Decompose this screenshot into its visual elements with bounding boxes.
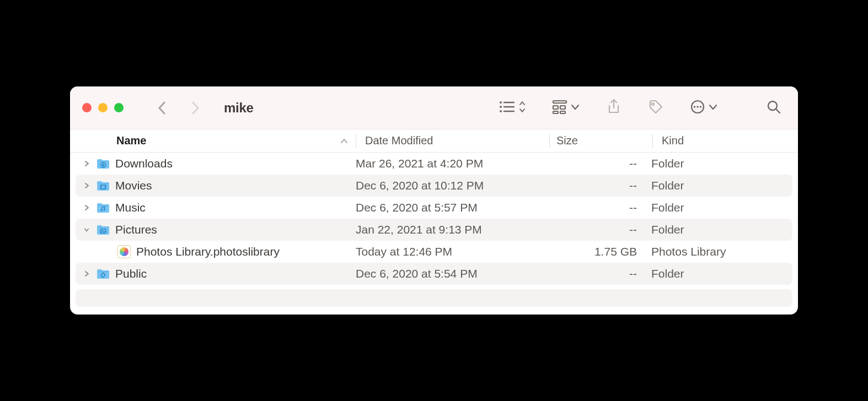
svg-rect-9 bbox=[553, 111, 558, 113]
date-modified-cell: Dec 6, 2020 at 5:57 PM bbox=[356, 201, 549, 214]
file-name-label: Pictures bbox=[115, 223, 157, 236]
name-cell: Movies bbox=[76, 179, 356, 192]
date-modified-cell: Jan 22, 2021 at 9:13 PM bbox=[356, 223, 549, 236]
folder-icon bbox=[95, 157, 111, 170]
chevron-left-icon bbox=[157, 100, 168, 116]
size-cell: -- bbox=[549, 157, 651, 170]
size-cell: -- bbox=[549, 179, 651, 192]
file-row[interactable]: MoviesDec 6, 2020 at 10:12 PM--Folder bbox=[76, 175, 792, 197]
zoom-window-button[interactable] bbox=[114, 103, 124, 112]
view-options-button[interactable] bbox=[499, 100, 526, 116]
disclosure-triangle[interactable] bbox=[82, 204, 91, 211]
file-row[interactable]: DownloadsMar 26, 2021 at 4:20 PM--Folder bbox=[70, 153, 798, 175]
size-cell: -- bbox=[549, 223, 651, 236]
name-cell: Photos Library.photoslibrary bbox=[70, 245, 356, 258]
file-row[interactable]: MusicDec 6, 2020 at 5:57 PM--Folder bbox=[70, 197, 798, 219]
more-circle-icon bbox=[690, 99, 705, 117]
file-name-label: Movies bbox=[115, 179, 152, 192]
kind-cell: Folder bbox=[651, 201, 798, 214]
svg-rect-10 bbox=[560, 111, 565, 113]
column-header-kind[interactable]: Kind bbox=[653, 134, 798, 147]
size-cell: -- bbox=[549, 267, 651, 280]
svg-point-4 bbox=[500, 106, 502, 108]
svg-rect-7 bbox=[553, 106, 558, 109]
kind-cell: Folder bbox=[651, 157, 798, 170]
size-cell: -- bbox=[549, 201, 651, 214]
name-cell: Public bbox=[76, 267, 356, 280]
kind-cell: Folder bbox=[651, 179, 792, 192]
up-down-arrows-icon bbox=[519, 100, 526, 116]
folder-icon bbox=[95, 201, 111, 214]
name-cell: Pictures bbox=[76, 223, 356, 236]
status-bar bbox=[76, 289, 792, 307]
column-headers: Name Date Modified Size Kind bbox=[70, 129, 798, 153]
file-list: DownloadsMar 26, 2021 at 4:20 PM--Folder… bbox=[70, 153, 798, 285]
date-modified-cell: Mar 26, 2021 at 4:20 PM bbox=[356, 157, 549, 170]
file-row[interactable]: PublicDec 6, 2020 at 5:54 PM--Folder bbox=[76, 263, 792, 285]
chevron-right-icon bbox=[190, 100, 201, 116]
grid-icon bbox=[552, 99, 567, 117]
back-button[interactable] bbox=[157, 100, 168, 116]
file-row[interactable]: Photos Library.photoslibraryToday at 12:… bbox=[70, 241, 798, 263]
size-cell: 1.75 GB bbox=[549, 245, 651, 258]
minimize-window-button[interactable] bbox=[98, 103, 108, 112]
search-button[interactable] bbox=[766, 99, 781, 117]
kind-cell: Photos Library bbox=[651, 245, 798, 258]
file-name-label: Music bbox=[115, 201, 146, 214]
svg-point-14 bbox=[696, 106, 698, 107]
chevron-right-icon bbox=[84, 270, 89, 277]
list-view-icon bbox=[499, 100, 516, 116]
column-header-name[interactable]: Name bbox=[70, 134, 356, 147]
disclosure-triangle[interactable] bbox=[82, 226, 91, 233]
disclosure-triangle[interactable] bbox=[82, 182, 91, 189]
date-modified-cell: Today at 12:46 PM bbox=[356, 245, 549, 258]
svg-line-17 bbox=[776, 109, 780, 113]
toolbar: mike bbox=[70, 86, 798, 129]
folder-icon bbox=[95, 223, 111, 236]
file-name-label: Public bbox=[115, 267, 147, 280]
chevron-down-icon bbox=[709, 103, 717, 113]
folder-icon bbox=[95, 267, 111, 280]
date-modified-cell: Dec 6, 2020 at 5:54 PM bbox=[356, 267, 549, 280]
disclosure-triangle[interactable] bbox=[82, 160, 91, 167]
name-cell: Downloads bbox=[70, 157, 356, 170]
forward-button[interactable] bbox=[190, 100, 201, 116]
svg-point-22 bbox=[100, 210, 102, 212]
chevron-right-icon bbox=[84, 182, 89, 189]
file-name-label: Downloads bbox=[115, 157, 173, 170]
photos-library-icon bbox=[116, 245, 132, 258]
svg-point-13 bbox=[694, 106, 695, 107]
kind-cell: Folder bbox=[651, 267, 792, 280]
name-cell: Music bbox=[70, 201, 356, 214]
search-icon bbox=[766, 99, 781, 117]
finder-window: mike bbox=[70, 86, 798, 315]
column-header-size[interactable]: Size bbox=[550, 134, 652, 147]
chevron-down-icon bbox=[84, 226, 89, 233]
file-name-label: Photos Library.photoslibrary bbox=[136, 245, 280, 258]
tag-icon bbox=[648, 99, 663, 117]
kind-cell: Folder bbox=[651, 223, 792, 236]
date-modified-cell: Dec 6, 2020 at 10:12 PM bbox=[356, 179, 549, 192]
close-window-button[interactable] bbox=[82, 103, 92, 112]
chevron-right-icon bbox=[84, 160, 89, 167]
action-menu-button[interactable] bbox=[690, 99, 717, 117]
group-by-button[interactable] bbox=[552, 99, 580, 117]
share-button[interactable] bbox=[606, 99, 621, 117]
svg-point-11 bbox=[652, 103, 654, 105]
navigation-buttons bbox=[157, 100, 201, 116]
svg-point-23 bbox=[103, 209, 105, 211]
chevron-right-icon bbox=[84, 204, 89, 211]
svg-point-15 bbox=[700, 106, 701, 107]
column-name-label: Name bbox=[116, 134, 146, 147]
folder-icon bbox=[95, 179, 111, 192]
disclosure-triangle[interactable] bbox=[82, 270, 91, 277]
window-controls bbox=[82, 103, 124, 112]
share-icon bbox=[606, 99, 621, 117]
tags-button[interactable] bbox=[648, 99, 663, 117]
svg-point-5 bbox=[500, 110, 502, 112]
column-header-date[interactable]: Date Modified bbox=[356, 134, 549, 147]
sort-ascending-icon bbox=[340, 134, 348, 147]
svg-point-3 bbox=[500, 101, 502, 104]
file-row[interactable]: PicturesJan 22, 2021 at 9:13 PM--Folder bbox=[76, 219, 792, 241]
svg-rect-6 bbox=[553, 101, 566, 103]
